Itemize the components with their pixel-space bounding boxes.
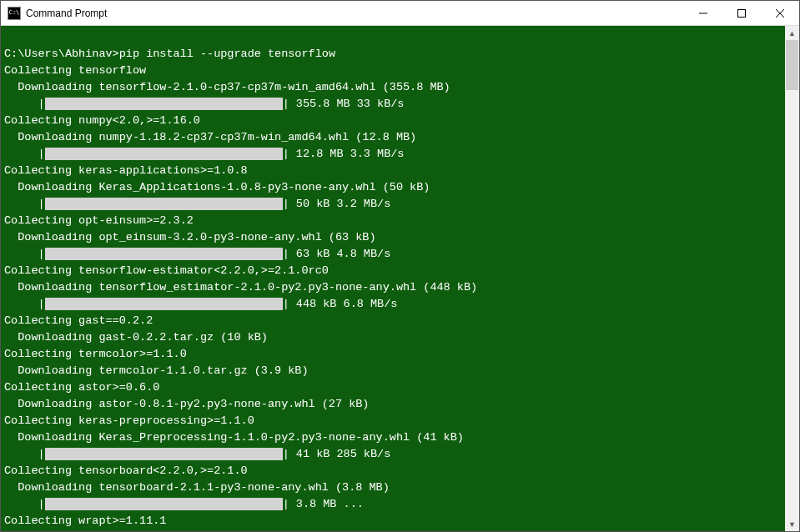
- output-line: Collecting numpy<2.0,>=1.16.0: [4, 113, 785, 129]
- output-line: Collecting opt-einsum>=2.3.2: [4, 213, 785, 229]
- bar-pipe: |: [38, 98, 45, 110]
- output-line: Collecting tensorboard<2.2.0,>=2.1.0: [4, 463, 785, 479]
- progress-line: || 3.8 MB ...: [4, 496, 785, 513]
- progress-info: 355.8 MB 33 kB/s: [289, 98, 405, 110]
- progress-bar: [45, 298, 283, 310]
- progress-bar: [45, 448, 283, 460]
- progress-bar: [45, 98, 283, 110]
- output-line: Collecting tensorflow-estimator<2.2.0,>=…: [4, 263, 785, 279]
- progress-bar: [45, 248, 283, 260]
- output-line: Collecting keras-preprocessing>=1.1.0: [4, 413, 785, 429]
- output-line: Downloading Keras_Applications-1.0.8-py3…: [4, 179, 785, 196]
- minimize-icon: [699, 9, 707, 18]
- bar-pipe: |: [38, 498, 45, 510]
- output-line: Downloading tensorflow-2.1.0-cp37-cp37m-…: [4, 79, 785, 96]
- close-button[interactable]: [761, 1, 799, 25]
- bar-pipe: |: [38, 248, 45, 260]
- output-line: Collecting gast==0.2.2: [4, 313, 785, 329]
- svg-rect-1: [738, 9, 746, 17]
- bar-pipe: |: [38, 448, 45, 460]
- progress-info: 3.8 MB ...: [289, 498, 364, 510]
- output-line: Collecting wrapt>=1.11.1: [4, 513, 785, 529]
- window-title: Command Prompt: [26, 8, 684, 19]
- prompt-path: C:\Users\Abhinav>: [4, 48, 119, 60]
- output-line: Collecting keras-applications>=1.0.8: [4, 163, 785, 179]
- bar-pipe: |: [283, 98, 289, 110]
- progress-info: 50 kB 3.2 MB/s: [289, 198, 391, 210]
- prompt-line: C:\Users\Abhinav>pip install --upgrade t…: [4, 46, 785, 63]
- progress-bar: [45, 498, 283, 510]
- maximize-icon: [737, 9, 746, 18]
- scrollbar-thumb[interactable]: [786, 40, 798, 90]
- bar-pipe: |: [283, 448, 289, 460]
- progress-bar: [45, 198, 283, 210]
- output-line: Downloading Keras_Preprocessing-1.1.0-py…: [4, 429, 785, 446]
- bar-pipe: |: [38, 148, 45, 160]
- cmd-icon: C:\: [8, 7, 21, 20]
- output-line: Collecting tensorflow: [4, 63, 785, 79]
- progress-line: || 63 kB 4.8 MB/s: [4, 246, 785, 263]
- window-controls: [684, 1, 799, 25]
- progress-info: 63 kB 4.8 MB/s: [289, 248, 391, 260]
- bar-pipe: |: [38, 198, 45, 210]
- bar-pipe: |: [283, 298, 289, 310]
- vertical-scrollbar[interactable]: ▲ ▼: [785, 26, 799, 531]
- bar-pipe: |: [283, 248, 289, 260]
- maximize-button[interactable]: [722, 1, 761, 25]
- prompt-command: pip install --upgrade tensorflow: [119, 48, 335, 60]
- bar-pipe: |: [283, 498, 289, 510]
- close-icon: [776, 9, 784, 18]
- bar-pipe: |: [38, 298, 45, 310]
- progress-line: || 448 kB 6.8 MB/s: [4, 296, 785, 313]
- progress-line: || 355.8 MB 33 kB/s: [4, 96, 785, 113]
- terminal-output[interactable]: C:\Users\Abhinav>pip install --upgrade t…: [1, 26, 785, 531]
- bar-pipe: |: [283, 148, 289, 160]
- output-line: Downloading termcolor-1.1.0.tar.gz (3.9 …: [4, 363, 785, 379]
- cmd-icon-label: C:\: [9, 10, 20, 16]
- output-line: Collecting termcolor>=1.1.0: [4, 346, 785, 363]
- scroll-up-arrow-icon[interactable]: ▲: [785, 26, 799, 40]
- window: C:\ Command Prompt C:\Users\Abhinav>pip …: [0, 0, 800, 532]
- output-line: Downloading astor-0.8.1-py2.py3-none-any…: [4, 396, 785, 413]
- progress-line: || 12.8 MB 3.3 MB/s: [4, 146, 785, 163]
- minimize-button[interactable]: [684, 1, 722, 25]
- output-line: Downloading gast-0.2.2.tar.gz (10 kB): [4, 329, 785, 346]
- progress-info: 12.8 MB 3.3 MB/s: [289, 148, 405, 160]
- progress-bar: [45, 148, 283, 160]
- output-line: Downloading numpy-1.18.2-cp37-cp37m-win_…: [4, 129, 785, 146]
- scroll-down-arrow-icon[interactable]: ▼: [785, 517, 799, 531]
- output-line: Downloading tensorboard-2.1.1-py3-none-a…: [4, 479, 785, 496]
- titlebar[interactable]: C:\ Command Prompt: [1, 1, 799, 26]
- bar-pipe: |: [283, 198, 289, 210]
- progress-info: 448 kB 6.8 MB/s: [289, 298, 398, 310]
- terminal-wrapper: C:\Users\Abhinav>pip install --upgrade t…: [1, 26, 799, 531]
- progress-info: 41 kB 285 kB/s: [289, 448, 391, 460]
- empty-line: [4, 29, 785, 46]
- output-line: Collecting astor>=0.6.0: [4, 379, 785, 396]
- output-line: Downloading tensorflow_estimator-2.1.0-p…: [4, 279, 785, 296]
- progress-line: || 50 kB 3.2 MB/s: [4, 196, 785, 213]
- progress-line: || 41 kB 285 kB/s: [4, 446, 785, 463]
- output-line: Downloading opt_einsum-3.2.0-py3-none-an…: [4, 229, 785, 246]
